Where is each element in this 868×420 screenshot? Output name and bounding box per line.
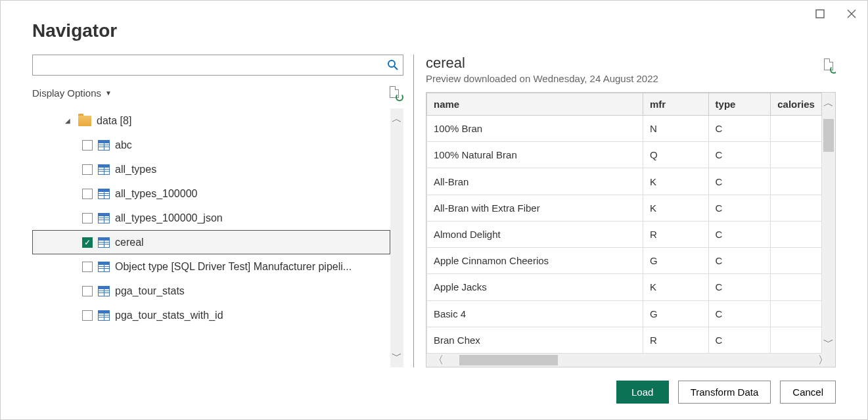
- scroll-thumb[interactable]: [823, 119, 834, 152]
- scroll-right-icon[interactable]: 〉: [818, 354, 829, 367]
- svg-rect-0: [816, 10, 824, 18]
- cell-name: All-Bran: [427, 168, 643, 195]
- cell-mfr: Q: [643, 142, 709, 168]
- right-panel: cereal Preview downloaded on Wednesday, …: [426, 55, 836, 367]
- column-header-name[interactable]: name: [427, 93, 643, 116]
- cell-name: Almond Delight: [427, 221, 643, 247]
- table-row[interactable]: Basic 4GC: [427, 300, 822, 327]
- svg-point-3: [388, 60, 395, 67]
- maximize-button[interactable]: [811, 5, 829, 23]
- table-icon: [98, 310, 110, 321]
- table-row[interactable]: 100% Natural BranQC: [427, 142, 822, 168]
- scroll-down-icon[interactable]: ﹀: [823, 336, 834, 350]
- cell-mfr: G: [643, 300, 709, 327]
- refresh-button[interactable]: [388, 85, 403, 101]
- checkbox[interactable]: [82, 140, 93, 151]
- table-icon: [98, 164, 110, 175]
- tree-view: ◢data [8]abcall_typesall_types_100000all…: [32, 108, 403, 367]
- checkbox[interactable]: ✓: [82, 237, 93, 248]
- cell-mfr: R: [643, 221, 709, 247]
- left-panel: Display Options ▼ ◢data [8]abcall_typesa…: [32, 55, 413, 367]
- scroll-left-icon[interactable]: 〈: [433, 354, 444, 367]
- table-icon: [98, 213, 110, 223]
- tree-item-pga-tour-stats-with-id[interactable]: pga_tour_stats_with_id: [32, 303, 390, 327]
- load-button[interactable]: Load: [616, 381, 669, 404]
- column-header-mfr[interactable]: mfr: [643, 93, 709, 116]
- chevron-down-icon: ▼: [105, 89, 112, 97]
- tree-item-label: abc: [115, 139, 132, 151]
- checkbox[interactable]: [82, 286, 93, 296]
- cell-name: 100% Natural Bran: [427, 142, 643, 168]
- table-row[interactable]: All-BranKC: [427, 168, 822, 195]
- cell-calories: [771, 274, 822, 300]
- tree-item-label: all_types: [115, 164, 156, 175]
- cancel-button[interactable]: Cancel: [780, 381, 836, 404]
- column-header-calories[interactable]: calories: [771, 93, 822, 116]
- cell-mfr: R: [643, 327, 709, 353]
- cell-type: C: [708, 300, 771, 327]
- search-icon[interactable]: [383, 55, 403, 75]
- cell-type: C: [708, 221, 771, 247]
- table-row[interactable]: 100% BranNC: [427, 116, 822, 142]
- dialog-header: Navigator: [1, 1, 867, 48]
- table-icon: [98, 237, 110, 248]
- display-options-dropdown[interactable]: Display Options ▼: [32, 87, 112, 99]
- checkbox[interactable]: [82, 310, 93, 321]
- cell-calories: [771, 327, 822, 353]
- tree-item-all-types-100000-json[interactable]: all_types_100000_json: [32, 206, 390, 230]
- search-box: [32, 55, 403, 76]
- checkbox[interactable]: [82, 189, 93, 199]
- table-row[interactable]: Almond DelightRC: [427, 221, 822, 247]
- table-icon: [98, 189, 110, 199]
- scroll-down-icon[interactable]: ﹀: [392, 350, 402, 363]
- table-icon: [98, 286, 110, 296]
- tree-scrollbar[interactable]: ︿ ﹀: [390, 108, 403, 367]
- tree-item-label: cereal: [115, 237, 144, 248]
- preview-title: cereal: [426, 55, 658, 72]
- cell-type: C: [708, 116, 771, 142]
- cell-type: C: [708, 248, 771, 274]
- tree-item-object-type-sql-driver-test-manufacturer-pipeli[interactable]: Object type [SQL Driver Test] Manufactur…: [32, 254, 390, 279]
- tree-item-cereal[interactable]: ✓cereal: [32, 230, 390, 254]
- cell-type: C: [708, 142, 771, 168]
- scroll-thumb[interactable]: [459, 355, 558, 365]
- cell-name: Apple Jacks: [427, 274, 643, 300]
- cell-name: Basic 4: [427, 300, 643, 327]
- transform-data-button[interactable]: Transform Data: [678, 381, 771, 404]
- table-icon: [98, 262, 110, 272]
- tree-item-label: pga_tour_stats_with_id: [115, 310, 223, 321]
- scroll-up-icon[interactable]: ︿: [823, 97, 834, 110]
- tree-folder-data[interactable]: ◢data [8]: [32, 108, 390, 133]
- close-button[interactable]: [842, 5, 861, 23]
- cell-name: 100% Bran: [427, 116, 643, 142]
- grid-horizontal-scrollbar[interactable]: 〈 〉: [426, 354, 835, 367]
- tree-item-all-types[interactable]: all_types: [32, 157, 390, 181]
- tree-item-all-types-100000[interactable]: all_types_100000: [32, 181, 390, 206]
- table-row[interactable]: Bran ChexRC: [427, 327, 822, 353]
- document-refresh-icon: [824, 58, 836, 72]
- cell-mfr: K: [643, 168, 709, 195]
- checkbox[interactable]: [82, 213, 93, 223]
- dialog-footer: Load Transform Data Cancel: [1, 367, 867, 419]
- grid-vertical-scrollbar[interactable]: ︿ ﹀: [822, 93, 835, 354]
- column-header-type[interactable]: type: [708, 93, 771, 116]
- preview-table: namemfrtypecalories100% BranNC100% Natur…: [426, 93, 822, 354]
- checkbox[interactable]: [82, 164, 93, 175]
- tree-item-label: Object type [SQL Driver Test] Manufactur…: [115, 261, 352, 273]
- scroll-up-icon[interactable]: ︿: [392, 112, 402, 126]
- cell-type: C: [708, 195, 771, 221]
- tree-item-abc[interactable]: abc: [32, 133, 390, 157]
- checkbox[interactable]: [82, 262, 93, 272]
- table-row[interactable]: Apple Cinnamon CheeriosGC: [427, 248, 822, 274]
- cell-calories: [771, 221, 822, 247]
- preview-refresh-button[interactable]: [824, 55, 836, 72]
- panel-divider: [413, 55, 414, 367]
- table-row[interactable]: All-Bran with Extra FiberKC: [427, 195, 822, 221]
- cell-mfr: K: [643, 195, 709, 221]
- tree-item-pga-tour-stats[interactable]: pga_tour_stats: [32, 279, 390, 303]
- search-input[interactable]: [33, 57, 383, 73]
- tree-item-label: all_types_100000_json: [115, 212, 223, 224]
- cell-calories: [771, 300, 822, 327]
- table-row[interactable]: Apple JacksKC: [427, 274, 822, 300]
- expander-icon[interactable]: ◢: [65, 117, 73, 124]
